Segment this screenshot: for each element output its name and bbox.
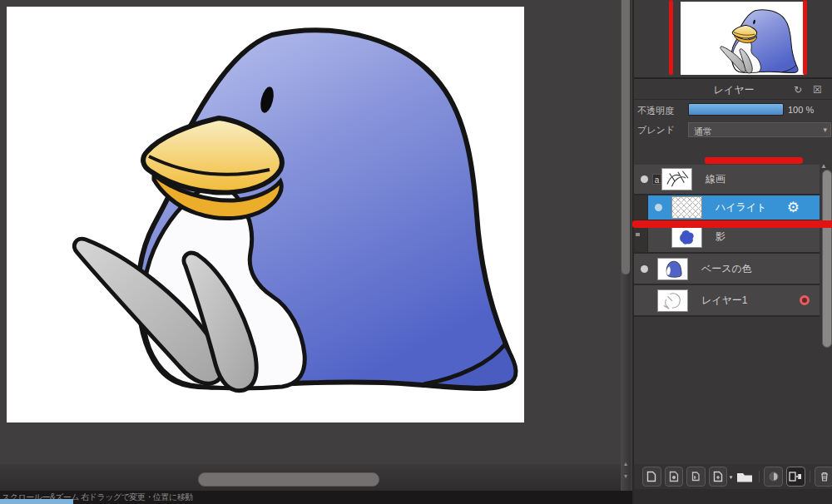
canvas-v-scrollbar-handle[interactable] (622, 0, 630, 274)
annotation-highlight-underline (632, 220, 832, 228)
new-8bit-layer-button[interactable] (686, 467, 706, 487)
panel-refresh-icon[interactable]: ↻ (794, 83, 802, 96)
layer-panel-header: レイヤー ↻ ☒ (634, 81, 832, 100)
canvas-v-scrollbar[interactable]: ▴ ▾ (621, 0, 631, 491)
layer-thumbnail[interactable] (657, 289, 688, 312)
new-pixel-layer-button[interactable] (665, 467, 684, 487)
transfer-layer-button[interactable] (786, 467, 805, 487)
opacity-slider[interactable] (688, 103, 784, 116)
layer-thumbnail[interactable] (657, 258, 688, 280)
layer-name: ベースの色 (701, 262, 752, 276)
scroll-down-icon[interactable]: ▾ (621, 472, 631, 481)
blend-mode-value: 通常 (689, 125, 712, 138)
drawing-canvas[interactable] (7, 7, 524, 422)
canvas-h-scrollbar-handle[interactable] (198, 472, 379, 487)
visibility-eye-icon[interactable] (641, 265, 648, 273)
new-layer-menu-button[interactable]: ▾ (709, 467, 728, 487)
layer-list-scrollbar[interactable] (822, 170, 832, 348)
annotation-red-bar-right (803, 0, 807, 75)
panel-menu-icon[interactable]: ☒ (813, 83, 822, 96)
layer-name: ハイライト (716, 200, 766, 215)
opacity-label: 不透明度 (637, 105, 674, 117)
layer-properties: 不透明度 100 % ブレンド 通常 ▾ 透明度を保護 クリッピング ロック (634, 100, 832, 165)
layer-row-basecolor[interactable]: ベースの色 (634, 254, 820, 285)
layer-list: a 線画 ハイライト ⚙ (634, 165, 832, 464)
navigator-penguin-artwork (681, 2, 804, 75)
alpha-lock-icon: a (652, 174, 661, 185)
visibility-eye-icon[interactable] (655, 204, 662, 211)
layer-name: 影 (716, 230, 726, 244)
chevron-down-icon: ▾ (730, 474, 733, 481)
navigator-thumbnail[interactable] (681, 2, 804, 75)
blend-mode-select[interactable]: 通常 ▾ (688, 122, 831, 137)
layer-row-highlight[interactable]: ハイライト ⚙ (634, 195, 820, 221)
blend-label: ブレンド (637, 124, 675, 136)
layer-panel-title: レイヤー (634, 81, 832, 99)
chevron-down-icon: ▾ (823, 126, 827, 134)
status-accent-bar (0, 499, 73, 504)
toolbar-divider (810, 471, 811, 482)
paint-app-window: ▴ ▾ スクロールー&ズーム 右ドラッグで変更・位置に移動 レイヤー ↻ ☒ 不… (0, 0, 832, 504)
opacity-value: 100 % (788, 105, 814, 115)
layer-toolbar: ▾ (634, 464, 832, 489)
layer-row-layer1[interactable]: レイヤー1 (634, 285, 820, 317)
navigator-panel (634, 0, 832, 79)
visibility-eye-icon[interactable] (641, 175, 648, 183)
penguin-artwork (7, 7, 524, 422)
layer-mask-button[interactable] (764, 467, 783, 487)
panel-bottom-strip (634, 489, 832, 504)
annotation-clipping-underline (705, 157, 803, 164)
scroll-up-icon[interactable]: ▴ (621, 460, 631, 468)
delete-layer-button[interactable] (815, 467, 832, 487)
canvas-area: ▴ ▾ (0, 0, 631, 491)
new-folder-button[interactable] (735, 467, 754, 487)
layer-name: レイヤー1 (701, 294, 748, 308)
clip-indent-bar (634, 195, 648, 220)
edge-mark (636, 233, 640, 236)
status-bar: スクロールー&ズーム 右ドラッグで変更・位置に移動 (0, 491, 632, 504)
new-layer-button[interactable] (642, 467, 661, 487)
layer-thumbnail[interactable] (661, 168, 692, 190)
annotation-red-bar-left (669, 0, 673, 75)
layer-name: 線画 (706, 172, 726, 186)
layer-thumbnail[interactable] (671, 196, 702, 219)
draft-layer-icon[interactable] (800, 295, 810, 305)
layer-panel: レイヤー ↻ ☒ 不透明度 100 % ブレンド 通常 ▾ 透明度を保護 クリッ… (632, 0, 832, 504)
layer-settings-gear-icon[interactable]: ⚙ (787, 199, 800, 216)
list-scroll-up-icon[interactable]: ▲ (820, 162, 827, 170)
toolbar-divider (759, 471, 760, 482)
layer-row-lineart[interactable]: a 線画 (634, 165, 820, 195)
layer-thumbnail[interactable] (671, 225, 702, 248)
